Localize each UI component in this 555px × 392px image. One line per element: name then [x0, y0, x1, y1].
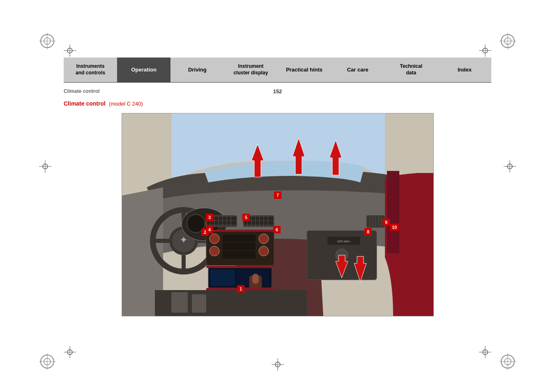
svg-rect-80 — [252, 274, 259, 284]
svg-text:7: 7 — [276, 193, 279, 198]
crosshair-bc — [272, 358, 284, 372]
section-subtitle: (model C 240) — [109, 101, 143, 107]
svg-point-73 — [259, 234, 269, 244]
nav-item-operation[interactable]: Operation — [117, 58, 170, 82]
nav-item-driving[interactable]: Driving — [170, 58, 224, 82]
svg-text:10: 10 — [391, 225, 396, 230]
svg-text:4: 4 — [208, 227, 211, 232]
page-subtitle: Climate control — [64, 88, 99, 94]
svg-rect-92 — [192, 294, 206, 313]
crosshair-tr — [479, 44, 491, 58]
svg-rect-51 — [207, 221, 236, 224]
navigation-bar: Instruments and controls Operation Drivi… — [64, 58, 491, 82]
nav-bottom-border — [64, 82, 491, 83]
svg-point-68 — [210, 234, 219, 244]
svg-rect-91 — [171, 292, 188, 313]
car-interior-illustration: ✦ — [122, 113, 434, 316]
svg-rect-77 — [210, 270, 235, 286]
section-heading: Climate control (model C 240) — [64, 100, 491, 107]
svg-rect-60 — [244, 221, 273, 224]
crosshair-tl — [64, 44, 76, 58]
svg-text:9: 9 — [385, 220, 387, 225]
crosshair-br — [479, 346, 491, 360]
nav-item-instrument-cluster[interactable]: Instrument cluster display — [224, 58, 277, 82]
corner-reg-mark-tr — [500, 33, 516, 51]
svg-text:A/R-MA+: A/R-MA+ — [337, 240, 350, 243]
crosshair-bl — [64, 346, 76, 360]
svg-rect-70 — [223, 235, 256, 242]
nav-item-technical-data[interactable]: Technical data — [385, 58, 438, 82]
section-title: Climate control — [64, 100, 106, 107]
svg-text:✦: ✦ — [180, 234, 188, 245]
crosshair-mr — [504, 160, 516, 174]
svg-rect-93 — [387, 171, 399, 253]
svg-text:8: 8 — [366, 229, 369, 234]
nav-item-index[interactable]: Index — [438, 58, 491, 82]
corner-reg-mark-tl — [39, 33, 55, 51]
svg-text:6: 6 — [275, 227, 278, 232]
corner-reg-mark-bl — [39, 353, 55, 371]
crosshair-ml — [39, 160, 51, 174]
svg-text:5: 5 — [244, 215, 247, 220]
svg-point-74 — [259, 246, 269, 256]
nav-item-instruments[interactable]: Instruments and controls — [64, 58, 117, 82]
svg-rect-72 — [223, 251, 256, 258]
nav-item-practical-hints[interactable]: Practical hints — [278, 58, 331, 82]
page-content: Climate control 152 Climate control (mod… — [64, 88, 491, 316]
car-interior-svg: ✦ — [122, 113, 434, 316]
page-number: 152 — [273, 88, 282, 95]
corner-reg-mark-br — [500, 353, 516, 371]
svg-text:3: 3 — [208, 215, 210, 220]
svg-text:1: 1 — [239, 286, 242, 291]
svg-point-69 — [210, 246, 219, 256]
svg-rect-71 — [223, 243, 256, 250]
nav-item-car-care[interactable]: Car care — [331, 58, 385, 82]
main-illustration-container: ✦ — [64, 113, 491, 316]
